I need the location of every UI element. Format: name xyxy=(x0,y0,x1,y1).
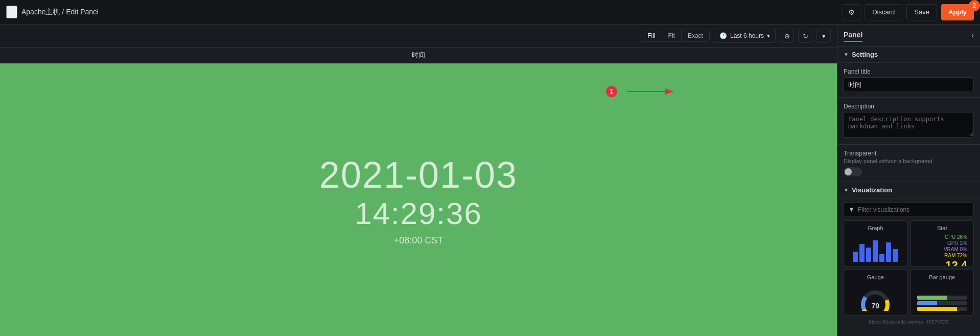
exact-button[interactable]: Exact xyxy=(682,30,709,41)
cpu-stat: CPU 26% xyxy=(945,234,967,240)
gauge-label: Gauge xyxy=(867,274,884,280)
settings-button[interactable]: ⚙ xyxy=(843,4,860,20)
bar-gauge-preview xyxy=(915,283,970,311)
description-textarea[interactable] xyxy=(844,112,974,138)
stat-preview: CPU 26% GPU 2% VRAM 0% RAM 72% 12.4 xyxy=(915,234,970,266)
panel-title-text: 时间 xyxy=(412,51,425,59)
gauge-preview: 79 xyxy=(848,283,903,311)
graph-label: Graph xyxy=(868,225,883,231)
panel-expand-icon[interactable]: › xyxy=(971,31,974,40)
back-button[interactable]: ← xyxy=(6,6,17,18)
zoom-icon: ⊕ xyxy=(784,32,790,40)
bar-gauge-label: Bar gauge xyxy=(929,274,955,280)
time-range-selector[interactable]: 🕐 Last 6 hours ▾ xyxy=(714,29,776,43)
bar-7 xyxy=(893,249,898,262)
main-content: Fill Fit Exact 🕐 Last 6 hours ▾ ⊕ ↻ ▾ 时间 xyxy=(0,25,980,336)
right-panel-header: Panel › xyxy=(837,25,980,47)
transparent-toggle[interactable] xyxy=(844,167,862,176)
badge-2: 2 xyxy=(969,0,980,11)
save-button[interactable]: Save xyxy=(906,4,937,20)
fit-button[interactable]: Fit xyxy=(662,30,682,41)
zoom-button[interactable]: ⊕ xyxy=(780,29,794,43)
graph-viz-card[interactable]: Graph xyxy=(844,220,907,266)
gauge-viz-card[interactable]: Gauge 79 xyxy=(844,270,907,316)
description-field-group: Description xyxy=(837,98,980,145)
panel-title-field-group: Panel title xyxy=(837,63,980,98)
refresh-button[interactable]: ↻ xyxy=(798,29,812,43)
bar-4 xyxy=(873,240,878,262)
panel-title-bar: 时间 xyxy=(0,48,837,63)
viz-section: ▼ Graph xyxy=(837,198,980,329)
viz-grid: Graph Sta xyxy=(844,220,974,316)
more-options-button[interactable]: ▾ xyxy=(816,29,831,43)
viz-date: 2021-01-03 xyxy=(319,154,518,196)
viz-area: Fill Fit Exact 🕐 Last 6 hours ▾ ⊕ ↻ ▾ 时间 xyxy=(0,25,837,336)
chevron-down-icon: ▼ xyxy=(844,187,849,193)
viz-time: 14:29:36 xyxy=(355,196,482,231)
chevron-down-icon: ▼ xyxy=(844,52,849,57)
ram-stat: RAM 72% xyxy=(944,253,967,258)
viz-filter: ▼ xyxy=(844,203,974,216)
bar-1 xyxy=(853,252,858,262)
chevron-down-icon: ▾ xyxy=(767,32,770,39)
bar-5 xyxy=(879,254,884,262)
graph-bars xyxy=(853,237,898,262)
refresh-icon: ↻ xyxy=(803,32,808,40)
filter-icon: ▼ xyxy=(848,206,855,213)
view-btn-group: Fill Fit Exact xyxy=(641,30,710,42)
bar-3 xyxy=(866,248,871,262)
panel-tab[interactable]: Panel xyxy=(844,29,862,42)
gauge-value: 79 xyxy=(871,302,879,310)
watermark: https://blog.csdn.net/mo_48674735 xyxy=(844,320,974,325)
clock-icon: 🕐 xyxy=(719,32,727,39)
bg-row-1 xyxy=(917,296,968,300)
fill-button[interactable]: Fill xyxy=(641,30,662,41)
description-label: Description xyxy=(844,103,974,110)
viz-display: 2021-01-03 14:29:36 +08:00 CST 1 xyxy=(0,63,837,336)
vram-stat: VRAM 0% xyxy=(944,247,967,252)
bar-6 xyxy=(886,242,891,262)
gpu-stat: GPU 2% xyxy=(947,240,967,246)
time-range-label: Last 6 hours xyxy=(730,32,764,39)
panel-title-input[interactable] xyxy=(844,77,974,92)
header-left: ← Apache主机 / Edit Panel xyxy=(6,6,99,18)
chevron-down-icon: ▾ xyxy=(822,32,826,40)
discard-button[interactable]: Discard xyxy=(865,4,902,20)
bar-gauge-bars xyxy=(915,296,970,311)
settings-section-label: Settings xyxy=(852,51,878,58)
transparent-desc: Display panel without a background. xyxy=(844,158,934,164)
header: ← Apache主机 / Edit Panel ⚙ Discard Save A… xyxy=(0,0,980,25)
badge-1: 1 xyxy=(606,86,617,97)
stat-viz-card[interactable]: Stat CPU 26% GPU 2% VRAM 0% RAM 72% 12.4 xyxy=(911,220,974,266)
header-right: ⚙ Discard Save Apply 2 xyxy=(843,4,974,20)
breadcrumb: Apache主机 / Edit Panel xyxy=(21,8,99,17)
visualization-section-header[interactable]: ▼ Visualization xyxy=(837,182,980,198)
bar-gauge-viz-card[interactable]: Bar gauge xyxy=(911,270,974,316)
bg-row-2 xyxy=(917,301,968,305)
settings-section-header[interactable]: ▼ Settings xyxy=(837,47,980,63)
panel-title-label: Panel title xyxy=(844,68,974,75)
viz-timezone: +08:00 CST xyxy=(394,235,444,246)
graph-preview xyxy=(848,234,903,262)
right-panel: Panel › ▼ Settings Panel title Descripti… xyxy=(837,25,980,336)
visualization-section-label: Visualization xyxy=(852,186,892,194)
bar-2 xyxy=(859,244,865,262)
transparent-row: Transparent Display panel without a back… xyxy=(837,145,980,182)
stat-big-value: 12.4 xyxy=(945,259,967,266)
transparent-label: Transparent xyxy=(844,150,876,157)
arrow-indicator xyxy=(622,84,684,99)
viz-filter-input[interactable] xyxy=(858,206,969,213)
viz-toolbar: Fill Fit Exact 🕐 Last 6 hours ▾ ⊕ ↻ ▾ xyxy=(0,25,837,48)
bg-row-3 xyxy=(917,307,968,311)
stat-label: Stat xyxy=(937,225,947,231)
